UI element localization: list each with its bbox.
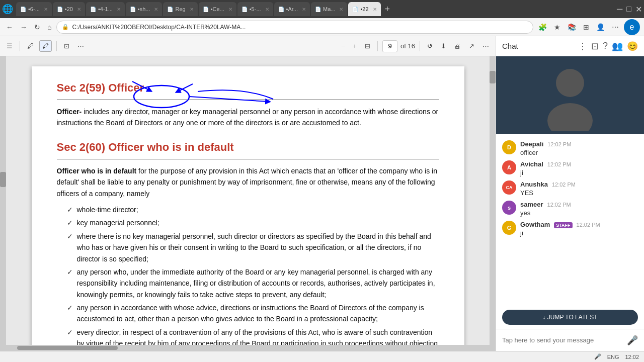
- page-number-input[interactable]: 9: [382, 40, 397, 52]
- sec-60-title: Sec 2(60) Officer who is in default: [57, 141, 439, 154]
- jump-to-latest-button[interactable]: ↓ JUMP TO LATEST: [502, 310, 638, 325]
- sec-59-divider: [57, 100, 439, 100]
- pdf-toolbar: ☰ 🖊 🖍 ⊡ ⋯ − + ⊟ 9 of 16 ↺ ⬇ 🖨 ↗ ⋯: [0, 36, 496, 56]
- chat-participants-icon[interactable]: 👥: [612, 41, 623, 52]
- msg-name-avichal: Avichal: [520, 160, 543, 168]
- browser-chrome: 🌐 📄•6-...✕ 📄•20✕ 📄•4-1...✕ 📄•sh...✕ 📄Reg…: [0, 0, 644, 36]
- highlight-button[interactable]: 🖍: [39, 40, 52, 52]
- pdf-viewer: ☰ 🖊 🖍 ⊡ ⋯ − + ⊟ 9 of 16 ↺ ⬇ 🖨 ↗ ⋯: [0, 36, 496, 351]
- staff-badge: STAFF: [554, 222, 572, 228]
- tab-7[interactable]: 📄•5-...✕: [237, 2, 273, 16]
- pdf-content-area[interactable]: Sec 2(59) Officer Officer- includes any …: [6, 56, 490, 345]
- time-label: 12:02: [625, 354, 639, 360]
- chat-msg-body-sameer: sameer 12:02 PM yes: [520, 201, 638, 217]
- tab-2[interactable]: 📄•20✕: [53, 2, 85, 16]
- home-button[interactable]: ⌂: [45, 22, 53, 32]
- more-options-button[interactable]: ⋯: [480, 41, 492, 51]
- edge-icon: e: [624, 19, 640, 35]
- chat-input-field[interactable]: [502, 336, 623, 344]
- profile-button[interactable]: 👤: [594, 22, 607, 32]
- chat-message-sameer: s sameer 12:02 PM yes: [496, 199, 644, 219]
- address-text: C:/Users/ANKIT%20OBEROI/Desktop/CA-INTER…: [72, 24, 246, 31]
- fit-width-button[interactable]: ⊟: [362, 41, 373, 51]
- chat-popout-icon[interactable]: ⊡: [591, 41, 599, 52]
- forward-button[interactable]: →: [18, 22, 29, 32]
- chat-messages[interactable]: D Deepali 12:02 PM officer A Avichal 12:…: [496, 134, 644, 306]
- print-button[interactable]: 🖨: [452, 41, 463, 51]
- share-button[interactable]: ↗: [466, 41, 477, 51]
- tab-5[interactable]: 📄Reg✕: [163, 2, 197, 16]
- msg-time-anushka: 12:02 PM: [552, 182, 576, 188]
- close-button[interactable]: ✕: [635, 5, 642, 14]
- zoom-out-button[interactable]: −: [339, 41, 348, 51]
- video-avatar-svg: [540, 60, 600, 131]
- zoom-in-button[interactable]: +: [350, 41, 359, 51]
- right-scrollbar[interactable]: [490, 56, 496, 345]
- sec-60-title-text: Sec 2(60) Officer who is in default: [57, 141, 234, 153]
- main-area: ☰ 🖊 🖍 ⊡ ⋯ − + ⊟ 9 of 16 ↺ ⬇ 🖨 ↗ ⋯: [0, 36, 644, 351]
- msg-time-avichal: 12:02 PM: [547, 161, 571, 167]
- sec-59-title-text: Sec 2(59) Officer: [57, 81, 144, 94]
- msg-time-gowtham: 12:02 PM: [577, 222, 600, 228]
- tab-3[interactable]: 📄•4-1...✕: [86, 2, 125, 16]
- chat-message-gowtham: G Gowtham STAFF 12:02 PM ji: [496, 219, 644, 239]
- separator-2: [56, 41, 57, 51]
- msg-text-anushka: YES: [520, 189, 638, 197]
- bullet-text-5: every director, in respect of a contrave…: [77, 327, 439, 345]
- back-button[interactable]: ←: [4, 22, 15, 32]
- separator-4: [420, 41, 420, 51]
- avatar-avichal: A: [502, 160, 516, 174]
- new-tab-button[interactable]: +: [382, 4, 393, 15]
- mic-icon[interactable]: 🎤: [627, 335, 638, 346]
- tab-6[interactable]: 📄•Ce...✕: [199, 2, 236, 16]
- rotate-button[interactable]: ↺: [425, 41, 435, 51]
- minimize-button[interactable]: ─: [617, 5, 622, 14]
- chat-message-deepali: D Deepali 12:02 PM officer: [496, 138, 644, 158]
- tab-8[interactable]: 📄•Ar...✕: [274, 2, 310, 16]
- msg-name-deepali: Deepali: [520, 140, 543, 148]
- browser-logo[interactable]: 🌐: [2, 4, 13, 15]
- mic-status-icon[interactable]: 🎤: [594, 353, 601, 360]
- bottom-bar: 🎤 ENG 12:02: [0, 351, 644, 362]
- list-item: any person in accordance with whose advi…: [67, 301, 439, 326]
- bullet-list: whole-time director; key managerial pers…: [57, 203, 439, 345]
- chat-header: Chat ⋮ ⊡ ? 👥 😊: [496, 36, 644, 56]
- bullet-text-0: whole-time director;: [77, 204, 138, 215]
- download-button[interactable]: ⬇: [438, 41, 449, 51]
- left-scrollbar[interactable]: [0, 56, 6, 345]
- fit-page-button[interactable]: ⊡: [61, 41, 72, 51]
- tab-1[interactable]: 📄•6-...✕: [16, 2, 52, 16]
- sec-59-body: Officer- includes any director, manager …: [57, 106, 439, 129]
- refresh-button[interactable]: ↻: [32, 22, 42, 32]
- more-button[interactable]: ⋯: [610, 22, 621, 32]
- maximize-button[interactable]: □: [626, 5, 631, 14]
- msg-time-deepali: 12:02 PM: [547, 141, 571, 147]
- extensions-button[interactable]: 🧩: [536, 22, 549, 32]
- list-item: where there is no key managerial personn…: [67, 230, 439, 265]
- sidebar-button[interactable]: ⊞: [581, 22, 591, 32]
- collection-button[interactable]: 📚: [566, 22, 578, 32]
- msg-time-sameer: 12:02 PM: [547, 202, 571, 208]
- chat-emoji-icon[interactable]: 😊: [627, 41, 638, 52]
- annotations-button[interactable]: 🖊: [25, 41, 36, 51]
- bottom-scrollbar[interactable]: [0, 345, 496, 351]
- sec-59-body-text: includes any director, manager or key ma…: [57, 108, 439, 127]
- tab-4[interactable]: 📄•sh...✕: [126, 2, 163, 16]
- sidebar-toggle-button[interactable]: ☰: [4, 41, 15, 51]
- tab-10-active[interactable]: 📄•22✕: [348, 2, 380, 16]
- bookmark-button[interactable]: ★: [552, 22, 562, 32]
- chat-header-icons: ⋮ ⊡ ? 👥 😊: [578, 41, 638, 52]
- chat-msg-body-avichal: Avichal 12:02 PM ji: [520, 160, 638, 176]
- tab-9[interactable]: 📄Ma...✕: [311, 2, 347, 16]
- bullet-text-3: any person who, under the immediate auth…: [77, 266, 439, 300]
- tab-bar: 🌐 📄•6-...✕ 📄•20✕ 📄•4-1...✕ 📄•sh...✕ 📄Reg…: [0, 0, 644, 18]
- avatar-anushka: CA: [502, 180, 516, 195]
- jump-to-latest-label: ↓ JUMP TO LATEST: [542, 314, 597, 321]
- chat-help-icon[interactable]: ?: [603, 41, 608, 52]
- more-tools-button[interactable]: ⋯: [75, 41, 87, 51]
- page-of-label: of 16: [400, 42, 415, 50]
- sec-60-divider: [57, 159, 439, 159]
- msg-name-anushka: Anushka: [520, 180, 548, 188]
- chat-expand-icon[interactable]: ⋮: [578, 41, 587, 52]
- address-bar[interactable]: 🔒 C:/Users/ANKIT%20OBEROI/Desktop/CA-INT…: [56, 21, 533, 34]
